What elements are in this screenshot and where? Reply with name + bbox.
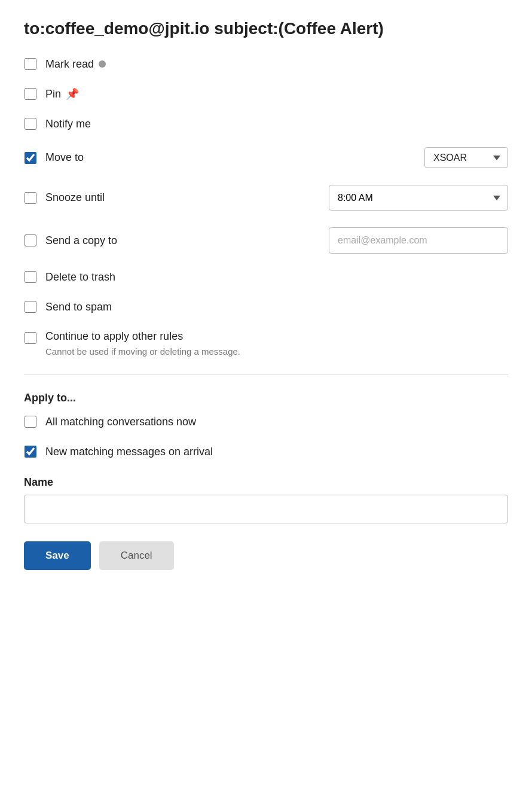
send-copy-label[interactable]: Send a copy to xyxy=(45,234,320,247)
notify-me-label[interactable]: Notify me xyxy=(45,118,508,130)
all-matching-checkbox[interactable] xyxy=(25,416,36,428)
move-to-checkbox[interactable] xyxy=(25,152,36,164)
button-row: Save Cancel xyxy=(24,541,508,570)
pin-label[interactable]: Pin 📌 xyxy=(45,87,508,100)
apply-to-title: Apply to... xyxy=(24,392,508,404)
snooze-time-dropdown[interactable]: 8:00 AM 9:00 AM 12:00 PM Tomorrow xyxy=(329,185,508,211)
delete-trash-label[interactable]: Delete to trash xyxy=(45,271,508,284)
delete-trash-checkbox[interactable] xyxy=(25,271,36,283)
continue-rules-label[interactable]: Continue to apply other rules Cannot be … xyxy=(45,330,240,358)
send-copy-control xyxy=(329,227,508,254)
send-copy-email-input[interactable] xyxy=(329,227,508,254)
send-spam-checkbox[interactable] xyxy=(25,301,36,313)
mark-read-label[interactable]: Mark read xyxy=(45,58,508,71)
mark-read-row: Mark read xyxy=(24,57,508,71)
name-input[interactable] xyxy=(24,495,508,523)
snooze-until-checkbox[interactable] xyxy=(25,192,36,204)
snooze-until-label[interactable]: Snooze until xyxy=(45,191,320,204)
move-to-control: XSOAR Inbox Archive Trash xyxy=(424,147,508,168)
move-to-row: Move to XSOAR Inbox Archive Trash xyxy=(24,147,508,168)
send-spam-row: Send to spam xyxy=(24,300,508,313)
notify-me-row: Notify me xyxy=(24,117,508,130)
continue-rules-subtext: Cannot be used if moving or deleting a m… xyxy=(45,345,240,358)
continue-rules-row: Continue to apply other rules Cannot be … xyxy=(24,330,508,358)
save-button[interactable]: Save xyxy=(24,541,91,570)
name-section: Name xyxy=(24,476,508,523)
pin-checkbox[interactable] xyxy=(25,88,36,100)
new-matching-row: New matching messages on arrival xyxy=(24,445,508,458)
delete-trash-row: Delete to trash xyxy=(24,270,508,284)
all-matching-label[interactable]: All matching conversations now xyxy=(45,416,508,428)
notify-me-checkbox[interactable] xyxy=(25,118,36,130)
move-to-dropdown[interactable]: XSOAR Inbox Archive Trash xyxy=(424,147,508,168)
mark-read-checkbox[interactable] xyxy=(25,58,36,70)
snooze-until-row: Snooze until 8:00 AM 9:00 AM 12:00 PM To… xyxy=(24,185,508,211)
section-divider xyxy=(24,374,508,375)
send-spam-label[interactable]: Send to spam xyxy=(45,301,508,313)
cancel-button[interactable]: Cancel xyxy=(99,541,174,570)
send-copy-checkbox[interactable] xyxy=(25,234,36,246)
apply-to-section: Apply to... All matching conversations n… xyxy=(24,392,508,458)
new-matching-label[interactable]: New matching messages on arrival xyxy=(45,446,508,458)
pin-icon: 📌 xyxy=(66,87,79,100)
page-title: to:coffee_demo@jpit.io subject:(Coffee A… xyxy=(24,18,508,39)
send-copy-row: Send a copy to xyxy=(24,227,508,254)
new-matching-checkbox[interactable] xyxy=(25,446,36,458)
move-to-label[interactable]: Move to xyxy=(45,151,416,164)
name-label: Name xyxy=(24,476,508,489)
all-matching-row: All matching conversations now xyxy=(24,415,508,428)
mark-read-dot xyxy=(99,60,106,68)
pin-row: Pin 📌 xyxy=(24,87,508,100)
snooze-control: 8:00 AM 9:00 AM 12:00 PM Tomorrow xyxy=(329,185,508,211)
continue-rules-checkbox[interactable] xyxy=(25,332,36,344)
